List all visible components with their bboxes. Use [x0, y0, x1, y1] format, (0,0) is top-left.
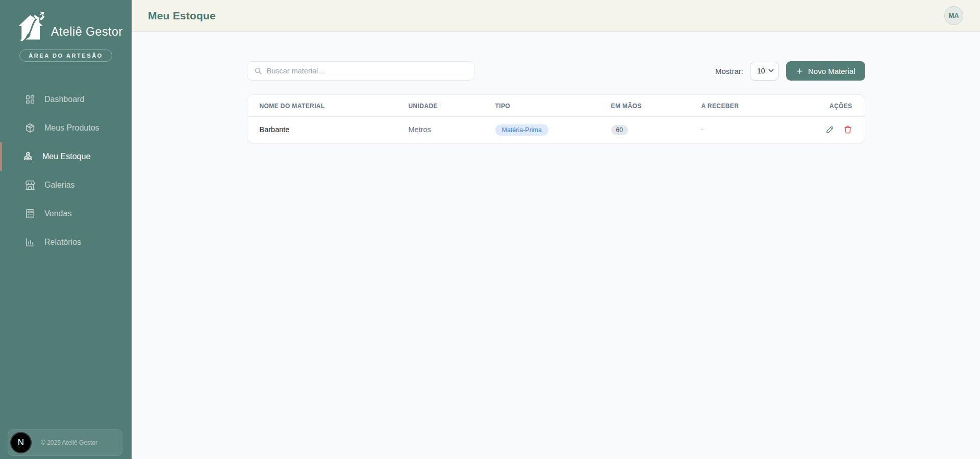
- house-vine-logo-icon: [15, 11, 49, 43]
- storefront-icon: [24, 180, 36, 191]
- bar-chart-icon: [24, 237, 36, 248]
- column-header-to-receive: A RECEBER: [701, 103, 792, 110]
- sidebar-item-label: Meu Estoque: [42, 152, 90, 161]
- user-avatar[interactable]: MA: [944, 6, 963, 25]
- row-actions: [792, 125, 852, 134]
- sidebar-item-vendas[interactable]: Vendas: [0, 199, 132, 228]
- page-size-label: Mostrar:: [715, 67, 743, 75]
- copyright-text: © 2025 Ateliê Gestor: [41, 439, 97, 446]
- page-size-select-wrapper: 10: [750, 62, 778, 81]
- content-area: Mostrar: 10 Novo Material: [132, 32, 980, 459]
- sidebar-item-dashboard[interactable]: Dashboard: [0, 85, 132, 114]
- edit-button[interactable]: [825, 125, 835, 134]
- column-header-unit: UNIDADE: [409, 103, 495, 110]
- sidebar-item-label: Meus Produtos: [44, 123, 99, 133]
- sidebar-item-meu-estoque[interactable]: Meu Estoque: [0, 142, 132, 171]
- new-material-button[interactable]: Novo Material: [786, 61, 865, 81]
- nextjs-dev-badge[interactable]: N: [10, 432, 32, 453]
- in-hand-badge: 60: [611, 125, 628, 135]
- search-box: [247, 61, 474, 81]
- material-name: Barbante: [260, 125, 409, 134]
- toolbar: Mostrar: 10 Novo Material: [247, 61, 865, 81]
- table-header-row: NOME DO MATERIAL UNIDADE TIPO EM MÃOS A …: [247, 95, 865, 117]
- materials-table: NOME DO MATERIAL UNIDADE TIPO EM MÃOS A …: [247, 94, 865, 143]
- toolbar-right: Mostrar: 10 Novo Material: [715, 61, 865, 81]
- sidebar-item-label: Dashboard: [44, 95, 84, 104]
- to-receive-value: -: [701, 125, 792, 134]
- calculator-icon: [24, 208, 36, 219]
- plus-icon: [796, 67, 803, 75]
- sidebar-nav: Dashboard Meus Produtos Meu Estoque Gale…: [0, 85, 132, 257]
- column-header-actions: AÇÕES: [792, 103, 852, 110]
- pencil-icon: [825, 125, 835, 134]
- search-input[interactable]: [267, 67, 467, 75]
- app-name: Ateliê Gestor: [51, 25, 123, 43]
- column-header-name: NOME DO MATERIAL: [260, 103, 409, 110]
- sidebar-item-meus-produtos[interactable]: Meus Produtos: [0, 114, 132, 142]
- delete-button[interactable]: [843, 125, 852, 134]
- search-icon: [254, 67, 262, 75]
- app-logo: Ateliê Gestor: [0, 0, 132, 43]
- sidebar-item-label: Relatórios: [44, 238, 81, 247]
- sidebar-item-label: Vendas: [44, 209, 71, 218]
- sidebar: Ateliê Gestor ÁREA DO ARTESÃO Dashboard …: [0, 0, 132, 459]
- sidebar-item-label: Galerias: [44, 181, 75, 190]
- area-badge: ÁREA DO ARTESÃO: [19, 49, 112, 62]
- page-title: Meu Estoque: [148, 10, 216, 22]
- dashboard-grid-icon: [24, 94, 36, 105]
- table-row: Barbante Metros Matéria-Prima 60 -: [247, 117, 865, 143]
- top-header: Meu Estoque MA: [132, 0, 980, 32]
- sidebar-item-galerias[interactable]: Galerias: [0, 171, 132, 199]
- sidebar-footer: N © 2025 Ateliê Gestor: [8, 429, 122, 456]
- column-header-in-hand: EM MÃOS: [611, 103, 701, 110]
- sidebar-item-relatorios[interactable]: Relatórios: [0, 228, 132, 257]
- main-area: Meu Estoque MA Mostrar: 10: [132, 0, 980, 459]
- page-size-select[interactable]: 10: [750, 62, 778, 81]
- package-icon: [24, 122, 36, 134]
- yarn-balls-icon: [22, 151, 34, 162]
- column-header-type: TIPO: [495, 103, 611, 110]
- material-unit: Metros: [409, 125, 495, 134]
- new-material-button-label: Novo Material: [808, 67, 856, 75]
- trash-icon: [843, 125, 852, 134]
- material-type-badge: Matéria-Prima: [495, 124, 549, 136]
